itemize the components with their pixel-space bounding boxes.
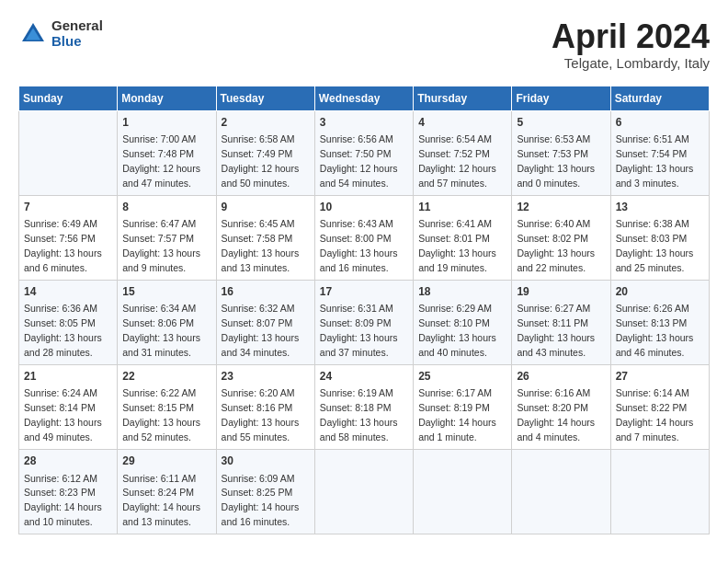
- logo-text: General Blue: [51, 18, 103, 49]
- day-info: Sunrise: 6:32 AM Sunset: 8:07 PM Dayligh…: [222, 303, 300, 358]
- calendar-week-row: 21Sunrise: 6:24 AM Sunset: 8:14 PM Dayli…: [19, 365, 710, 450]
- logo: General Blue: [18, 18, 103, 49]
- calendar-title: April 2024: [552, 18, 710, 55]
- calendar-cell: 18Sunrise: 6:29 AM Sunset: 8:10 PM Dayli…: [414, 280, 512, 364]
- calendar-cell: 7Sunrise: 6:49 AM Sunset: 7:56 PM Daylig…: [19, 195, 118, 280]
- day-info: Sunrise: 6:38 AM Sunset: 8:03 PM Dayligh…: [616, 218, 694, 273]
- day-number: 30: [222, 454, 310, 469]
- day-number: 25: [418, 369, 506, 385]
- day-number: 7: [24, 200, 112, 215]
- calendar-week-row: 1Sunrise: 7:00 AM Sunset: 7:48 PM Daylig…: [19, 110, 710, 195]
- day-number: 22: [122, 369, 210, 385]
- day-number: 18: [418, 284, 506, 300]
- day-info: Sunrise: 6:19 AM Sunset: 8:18 PM Dayligh…: [320, 387, 398, 442]
- calendar-cell: 6Sunrise: 6:51 AM Sunset: 7:54 PM Daylig…: [610, 110, 709, 195]
- calendar-cell: 27Sunrise: 6:14 AM Sunset: 8:22 PM Dayli…: [610, 365, 709, 450]
- day-number: 1: [122, 115, 210, 131]
- calendar-header: SundayMondayTuesdayWednesdayThursdayFrid…: [19, 86, 710, 110]
- day-info: Sunrise: 6:56 AM Sunset: 7:50 PM Dayligh…: [320, 133, 398, 189]
- day-number: 24: [320, 369, 408, 385]
- day-info: Sunrise: 6:40 AM Sunset: 8:02 PM Dayligh…: [517, 218, 595, 273]
- day-number: 23: [222, 369, 310, 385]
- calendar-location: Telgate, Lombardy, Italy: [552, 55, 710, 71]
- day-number: 2: [222, 115, 310, 131]
- day-number: 14: [24, 284, 112, 300]
- day-number: 5: [517, 115, 605, 131]
- calendar-cell: 10Sunrise: 6:43 AM Sunset: 8:00 PM Dayli…: [314, 195, 413, 280]
- logo-icon: [18, 19, 48, 49]
- weekday-header-sunday: Sunday: [19, 86, 118, 110]
- calendar-cell: 8Sunrise: 6:47 AM Sunset: 7:57 PM Daylig…: [118, 195, 216, 280]
- day-number: 13: [616, 200, 704, 215]
- calendar-cell: 5Sunrise: 6:53 AM Sunset: 7:53 PM Daylig…: [512, 110, 610, 195]
- day-info: Sunrise: 6:20 AM Sunset: 8:16 PM Dayligh…: [222, 387, 300, 442]
- day-info: Sunrise: 6:09 AM Sunset: 8:25 PM Dayligh…: [222, 473, 300, 528]
- day-number: 11: [418, 200, 506, 215]
- calendar-cell: 16Sunrise: 6:32 AM Sunset: 8:07 PM Dayli…: [216, 280, 314, 364]
- day-info: Sunrise: 6:43 AM Sunset: 8:00 PM Dayligh…: [320, 218, 398, 273]
- calendar-cell: 30Sunrise: 6:09 AM Sunset: 8:25 PM Dayli…: [216, 450, 314, 534]
- calendar-table: SundayMondayTuesdayWednesdayThursdayFrid…: [18, 86, 710, 535]
- calendar-body: 1Sunrise: 7:00 AM Sunset: 7:48 PM Daylig…: [19, 110, 710, 534]
- calendar-cell: 26Sunrise: 6:16 AM Sunset: 8:20 PM Dayli…: [512, 365, 610, 450]
- day-info: Sunrise: 6:29 AM Sunset: 8:10 PM Dayligh…: [418, 303, 496, 358]
- day-info: Sunrise: 6:51 AM Sunset: 7:54 PM Dayligh…: [616, 133, 694, 189]
- day-info: Sunrise: 6:54 AM Sunset: 7:52 PM Dayligh…: [418, 133, 496, 189]
- title-block: April 2024 Telgate, Lombardy, Italy: [552, 18, 710, 71]
- day-info: Sunrise: 6:12 AM Sunset: 8:23 PM Dayligh…: [24, 473, 102, 528]
- calendar-cell: 22Sunrise: 6:22 AM Sunset: 8:15 PM Dayli…: [118, 365, 216, 450]
- calendar-cell: 15Sunrise: 6:34 AM Sunset: 8:06 PM Dayli…: [118, 280, 216, 364]
- day-info: Sunrise: 6:16 AM Sunset: 8:20 PM Dayligh…: [517, 387, 595, 442]
- day-number: 21: [24, 369, 112, 385]
- day-number: 29: [122, 454, 210, 469]
- day-info: Sunrise: 7:00 AM Sunset: 7:48 PM Dayligh…: [122, 133, 200, 189]
- weekday-header-row: SundayMondayTuesdayWednesdayThursdayFrid…: [19, 86, 710, 110]
- page-header: General Blue April 2024 Telgate, Lombard…: [18, 18, 710, 71]
- day-number: 15: [122, 284, 210, 300]
- calendar-cell: 23Sunrise: 6:20 AM Sunset: 8:16 PM Dayli…: [216, 365, 314, 450]
- calendar-cell: 25Sunrise: 6:17 AM Sunset: 8:19 PM Dayli…: [414, 365, 512, 450]
- day-info: Sunrise: 6:31 AM Sunset: 8:09 PM Dayligh…: [320, 303, 398, 358]
- day-number: 6: [616, 115, 704, 131]
- day-info: Sunrise: 6:41 AM Sunset: 8:01 PM Dayligh…: [418, 218, 496, 273]
- day-info: Sunrise: 6:14 AM Sunset: 8:22 PM Dayligh…: [616, 387, 694, 442]
- day-info: Sunrise: 6:22 AM Sunset: 8:15 PM Dayligh…: [122, 387, 200, 442]
- day-info: Sunrise: 6:27 AM Sunset: 8:11 PM Dayligh…: [517, 303, 595, 358]
- calendar-week-row: 28Sunrise: 6:12 AM Sunset: 8:23 PM Dayli…: [19, 450, 710, 534]
- calendar-cell: 29Sunrise: 6:11 AM Sunset: 8:24 PM Dayli…: [118, 450, 216, 534]
- day-info: Sunrise: 6:45 AM Sunset: 7:58 PM Dayligh…: [222, 218, 300, 273]
- day-info: Sunrise: 6:36 AM Sunset: 8:05 PM Dayligh…: [24, 303, 102, 358]
- day-number: 20: [616, 284, 704, 300]
- calendar-cell: [314, 450, 413, 534]
- day-number: 27: [616, 369, 704, 385]
- calendar-cell: 2Sunrise: 6:58 AM Sunset: 7:49 PM Daylig…: [216, 110, 314, 195]
- calendar-week-row: 7Sunrise: 6:49 AM Sunset: 7:56 PM Daylig…: [19, 195, 710, 280]
- calendar-cell: 14Sunrise: 6:36 AM Sunset: 8:05 PM Dayli…: [19, 280, 118, 364]
- calendar-cell: 21Sunrise: 6:24 AM Sunset: 8:14 PM Dayli…: [19, 365, 118, 450]
- day-info: Sunrise: 6:24 AM Sunset: 8:14 PM Dayligh…: [24, 387, 102, 442]
- calendar-cell: 12Sunrise: 6:40 AM Sunset: 8:02 PM Dayli…: [512, 195, 610, 280]
- calendar-week-row: 14Sunrise: 6:36 AM Sunset: 8:05 PM Dayli…: [19, 280, 710, 364]
- calendar-cell: 9Sunrise: 6:45 AM Sunset: 7:58 PM Daylig…: [216, 195, 314, 280]
- calendar-cell: [19, 110, 118, 195]
- weekday-header-friday: Friday: [512, 86, 610, 110]
- day-number: 8: [122, 200, 210, 215]
- day-info: Sunrise: 6:49 AM Sunset: 7:56 PM Dayligh…: [24, 218, 102, 273]
- calendar-cell: 3Sunrise: 6:56 AM Sunset: 7:50 PM Daylig…: [314, 110, 413, 195]
- logo-blue-text: Blue: [51, 34, 103, 50]
- day-number: 19: [517, 284, 605, 300]
- day-info: Sunrise: 6:53 AM Sunset: 7:53 PM Dayligh…: [517, 133, 595, 189]
- weekday-header-saturday: Saturday: [610, 86, 709, 110]
- day-info: Sunrise: 6:34 AM Sunset: 8:06 PM Dayligh…: [122, 303, 200, 358]
- calendar-cell: 24Sunrise: 6:19 AM Sunset: 8:18 PM Dayli…: [314, 365, 413, 450]
- calendar-cell: 19Sunrise: 6:27 AM Sunset: 8:11 PM Dayli…: [512, 280, 610, 364]
- weekday-header-tuesday: Tuesday: [216, 86, 314, 110]
- logo-general-text: General: [51, 18, 103, 34]
- day-info: Sunrise: 6:58 AM Sunset: 7:49 PM Dayligh…: [222, 133, 300, 189]
- day-number: 16: [222, 284, 310, 300]
- day-number: 9: [222, 200, 310, 215]
- calendar-cell: 28Sunrise: 6:12 AM Sunset: 8:23 PM Dayli…: [19, 450, 118, 534]
- day-number: 17: [320, 284, 408, 300]
- day-info: Sunrise: 6:26 AM Sunset: 8:13 PM Dayligh…: [616, 303, 694, 358]
- calendar-cell: [414, 450, 512, 534]
